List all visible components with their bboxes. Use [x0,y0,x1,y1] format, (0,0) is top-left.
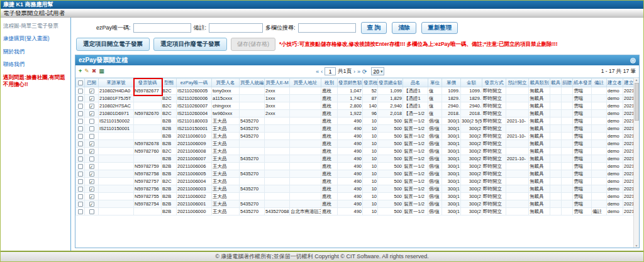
cell[interactable]: 20211006010 [177,133,212,140]
cell[interactable]: N59782756 [134,185,162,193]
cell[interactable]: demo [607,110,623,117]
cell[interactable]: N59782755 [134,193,162,200]
cell[interactable]: 140 [363,102,378,110]
cell[interactable] [265,125,290,133]
cell[interactable]: B2C [162,110,177,117]
cell[interactable]: N59782678 [134,140,162,148]
column-header-4[interactable]: 型態 [162,79,177,87]
cell[interactable]: 王大品 [212,200,240,208]
cell[interactable]: 裝置一1/2 [403,193,428,200]
cell[interactable] [562,193,573,200]
column-header-23[interactable]: 紙本發票 [573,79,592,87]
cell[interactable] [550,200,562,208]
cell[interactable]: IS2110260005 [177,87,212,95]
cell[interactable]: 500 [378,117,403,125]
grid-row-15[interactable]: ✓N59782755B2B20211006002王大品應稅49010500裝置一… [76,193,640,200]
grid-row-16[interactable]: ✓N59782754B2B20211006001王大品5435270應稅4901… [76,200,640,208]
cell[interactable]: 無載具 [529,87,550,95]
cell[interactable]: 300(1 [442,185,461,193]
grid-row-4[interactable]: ✓210801D6971N59782670B2CIS2110260004tw96… [76,110,640,117]
cell[interactable]: 王大品 [212,133,240,140]
cell[interactable]: 490 [338,140,363,148]
multi-search-input[interactable] [298,23,356,33]
cell[interactable]: 300(2 [461,170,482,178]
cell[interactable]: 500 [378,208,403,216]
cell[interactable]: 210802H7SAC [99,102,134,110]
cell[interactable]: B2C [162,95,177,102]
cell[interactable]: 【憑一1/2 [403,110,428,117]
cell[interactable]: 個/值 [428,125,442,133]
cell[interactable] [562,102,573,110]
cell[interactable]: 490 [338,185,363,193]
cell[interactable] [592,170,607,178]
cell[interactable]: 20211006007 [177,155,212,163]
cell[interactable] [562,200,573,208]
cell[interactable]: 490 [338,133,363,140]
opened-checkbox[interactable] [89,156,94,161]
column-header-8[interactable]: 買受人E-M [265,79,290,87]
column-header-20[interactable]: 載具類別 [529,79,550,87]
cell[interactable]: IS2110150001 [177,125,212,133]
cell[interactable]: 490 [338,125,363,133]
cell[interactable]: 雲端 [573,200,592,208]
cell[interactable]: tw960xxx [212,110,240,117]
opened-checkbox[interactable]: ✓ [89,111,94,116]
cell[interactable]: demo [607,193,623,200]
cell[interactable] [265,163,290,170]
page-size-select[interactable]: 20 ▾ [371,67,384,75]
collapse-icon[interactable] [630,58,636,63]
vertical-scrollbar[interactable]: ▲ ▼ [633,78,639,248]
grid-row-14[interactable]: ✓N59782756B2B20211006003王大品5435270應稅4901… [76,185,640,193]
row-select-checkbox[interactable] [78,141,83,146]
select-all-header[interactable] [76,79,85,87]
cell[interactable]: 應稅 [321,185,338,193]
cell[interactable]: 即時開立 [482,133,506,140]
cell[interactable]: N59782754 [134,200,162,208]
row-select-checkbox[interactable] [78,126,83,131]
ezpay-input[interactable] [133,23,191,33]
cell[interactable] [290,87,321,95]
cell[interactable]: 300(1 [442,140,461,148]
cell[interactable]: 1099. [461,87,482,95]
cell[interactable] [134,125,162,133]
cell[interactable] [592,178,607,185]
search-button[interactable]: 查 詢 [361,22,387,34]
void-invoice-button[interactable]: 選定項目作廢電子發票 [153,38,227,51]
cell[interactable]: B2B [162,155,177,163]
column-header-2[interactable]: 來源單號 [99,79,134,87]
grid-row-10[interactable]: B2B20211006007王大品5435270應稅49010500裝置一1/2… [76,155,640,163]
cell[interactable]: B2B [162,133,177,140]
row-select-checkbox[interactable] [78,156,83,161]
cell[interactable]: IS2110150002 [99,117,134,125]
cell[interactable] [290,185,321,193]
cell[interactable]: 王大品 [212,140,240,148]
cell[interactable]: 裝置一1/2 [403,178,428,185]
cell[interactable]: 300(1 [442,125,461,133]
cell[interactable]: 無載具 [529,140,550,148]
cell[interactable] [134,208,162,216]
column-header-25[interactable]: 建立者 [607,79,623,87]
cell[interactable]: 500 [378,193,403,200]
cell[interactable]: 雲端 [573,140,592,148]
cell[interactable]: 2021-10- [506,155,529,163]
opened-checkbox[interactable]: ✓ [89,141,94,146]
cell[interactable]: 300(1 [442,163,461,170]
cell[interactable] [562,155,573,163]
cell[interactable]: 1,829 [378,95,403,102]
cell[interactable]: B2B [162,117,177,125]
cell[interactable]: N59782760 [134,148,162,155]
grid-row-1[interactable]: ✓210802H4DA0N59782677B2CIS2110260005tony… [76,87,640,95]
cell[interactable]: 即時開立 [482,155,506,163]
cell[interactable]: 王大品 [212,170,240,178]
cell[interactable]: 【憑證1 [403,102,428,110]
prev-page-icon[interactable]: ‹ [321,68,323,75]
column-header-9[interactable]: 買受人地址 [290,79,321,87]
cell[interactable] [562,148,573,155]
cell[interactable] [99,170,134,178]
cell[interactable]: 300(2 [461,208,482,216]
cell[interactable] [99,178,134,185]
cell[interactable] [134,155,162,163]
cell[interactable]: 10 [363,140,378,148]
cell[interactable]: B2C [162,87,177,95]
cell[interactable]: 無載具 [529,200,550,208]
